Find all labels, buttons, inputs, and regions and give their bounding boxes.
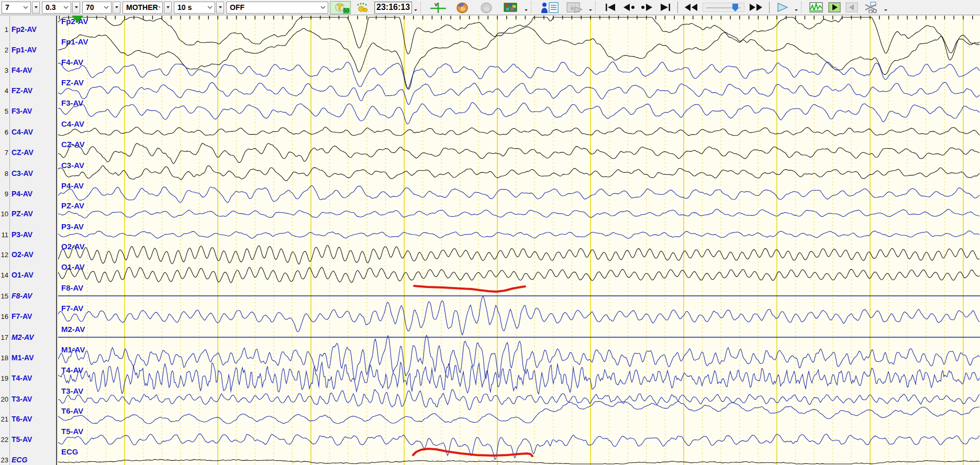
channel-row[interactable]: 3F4-AV: [0, 65, 56, 75]
rewind-icon: [684, 3, 698, 12]
eeg-trace-canvas[interactable]: [58, 16, 980, 465]
toolbar-separator: [595, 2, 598, 13]
channel-label: F8-AV: [12, 292, 32, 300]
channel-label: Fp2-AV: [12, 25, 37, 34]
step-forward-icon: [641, 3, 653, 12]
channel-number: 17: [0, 334, 8, 341]
trace-channel-label: PZ-AV: [61, 201, 84, 210]
video-dropdown-button[interactable]: [587, 2, 594, 14]
high-cut-dropdown-button[interactable]: [113, 2, 120, 14]
go-to-start-button[interactable]: [602, 1, 619, 14]
timebase-select[interactable]: 10 s: [174, 2, 215, 14]
montage-value: MOTHER: [126, 3, 158, 12]
high-cut-filter-select[interactable]: 70: [82, 2, 112, 14]
trace-channel-label: FZ-AV: [61, 78, 84, 87]
step-forward-button[interactable]: [638, 1, 655, 14]
event-marker-triangle-icon[interactable]: [72, 16, 83, 23]
channel-row[interactable]: 2Fp1-AV: [0, 45, 56, 55]
brain-map-button[interactable]: [499, 1, 522, 14]
notch-filter-50hz-button[interactable]: 50: [330, 1, 351, 14]
channel-count-dropdown-button[interactable]: [32, 2, 40, 14]
channel-row[interactable]: 19T4-AV: [0, 373, 56, 383]
montage-dropdown-button[interactable]: [164, 2, 172, 14]
channel-row[interactable]: 14O1-AV: [0, 270, 56, 280]
clip-dropdown-button[interactable]: [882, 2, 889, 14]
trace-channel-label: P3-AV: [61, 222, 84, 231]
chevron-down-icon: [63, 6, 69, 9]
channel-row[interactable]: 16F7-AV: [0, 311, 56, 322]
channel-number: 16: [0, 313, 8, 320]
head-map-disabled-button[interactable]: [475, 1, 498, 14]
fast-forward-button[interactable]: [747, 1, 765, 14]
trace-channel-label: C4-AV: [61, 119, 84, 128]
channel-number: 9: [0, 190, 8, 198]
current-time-display: 23:16:13: [374, 2, 412, 14]
channel-row[interactable]: 23ECG: [0, 455, 56, 465]
channel-label: F4-AV: [12, 66, 32, 74]
waveform-review-button[interactable]: [807, 1, 825, 14]
channel-row[interactable]: 5F3-AV: [0, 106, 56, 116]
brain-map-icon: [504, 3, 517, 12]
montage-select[interactable]: MOTHER: [122, 2, 163, 14]
channel-number: 11: [0, 231, 8, 239]
patient-list-button[interactable]: [537, 1, 562, 14]
channel-row[interactable]: 15F8-AV: [0, 291, 56, 301]
event-filter-value: OFF: [230, 3, 244, 12]
channel-label: P4-AV: [12, 190, 32, 198]
channel-row[interactable]: 20T3-AV: [0, 394, 56, 404]
play-dropdown-button[interactable]: [793, 2, 799, 14]
scissors-icon: [863, 2, 879, 13]
channel-label: FZ-AV: [12, 86, 32, 95]
position-slider-handle[interactable]: [732, 4, 738, 12]
channel-row[interactable]: 11P3-AV: [0, 229, 56, 240]
channel-row[interactable]: 17M2-AV: [0, 332, 56, 342]
skip-to-start-icon: [605, 3, 616, 12]
channel-row[interactable]: 18M1-AV: [0, 352, 56, 363]
channel-row[interactable]: 4FZ-AV: [0, 85, 56, 96]
trace-channel-label: T5-AV: [61, 427, 83, 436]
channel-row[interactable]: 10PZ-AV: [0, 208, 56, 219]
trace-channel-label: T6-AV: [61, 406, 83, 415]
chevron-down-icon: [207, 6, 213, 9]
caret-down-icon: [75, 6, 78, 8]
trace-channel-label: M2-AV: [61, 325, 85, 334]
channel-number: 6: [0, 128, 8, 136]
notch-frequency-badge: 50: [343, 8, 350, 14]
caret-down-icon: [414, 9, 417, 11]
cut-clip-button[interactable]: [861, 1, 882, 14]
settings-button[interactable]: [352, 1, 373, 14]
channel-row[interactable]: 1Fp2-AV: [0, 24, 56, 35]
channel-label: P3-AV: [12, 230, 32, 239]
head-map-button[interactable]: [451, 1, 474, 14]
channel-number: 23: [0, 456, 8, 464]
video-playback-button[interactable]: [563, 1, 586, 14]
channel-row[interactable]: 9P4-AV: [0, 189, 56, 199]
timebase-dropdown-button[interactable]: [216, 2, 224, 14]
playback-speed-slider[interactable]: [703, 3, 744, 12]
channel-row[interactable]: 21T6-AV: [0, 414, 56, 424]
head-topography-icon: [455, 2, 469, 13]
vertical-marker-button[interactable]: V: [427, 1, 450, 14]
channel-count-select[interactable]: 7: [2, 2, 31, 14]
channel-row[interactable]: 8C3-AV: [0, 168, 56, 179]
go-to-end-button[interactable]: [656, 1, 674, 14]
trace-channel-label: P4-AV: [61, 181, 84, 190]
play-segment-button[interactable]: [826, 1, 842, 14]
play-button[interactable]: [773, 1, 792, 14]
event-filter-select[interactable]: OFF: [226, 2, 328, 14]
step-back-button[interactable]: [620, 1, 637, 14]
channel-row[interactable]: 22T5-AV: [0, 434, 56, 445]
map-dropdown-button[interactable]: [522, 2, 529, 14]
time-dropdown-button[interactable]: [412, 2, 419, 14]
back-segment-button[interactable]: [843, 1, 860, 14]
fast-forward-icon: [749, 3, 763, 12]
channel-number: 21: [0, 415, 8, 423]
channel-row[interactable]: 6C4-AV: [0, 127, 56, 137]
channel-row[interactable]: 7CZ-AV: [0, 147, 56, 158]
channel-row[interactable]: 12O2-AV: [0, 249, 56, 260]
fast-backward-button[interactable]: [682, 1, 700, 14]
trace-channel-label: Fp1-AV: [61, 37, 88, 46]
low-cut-filter-select[interactable]: 0.3: [42, 2, 71, 14]
low-cut-dropdown-button[interactable]: [72, 2, 80, 14]
film-icon: [566, 2, 583, 13]
